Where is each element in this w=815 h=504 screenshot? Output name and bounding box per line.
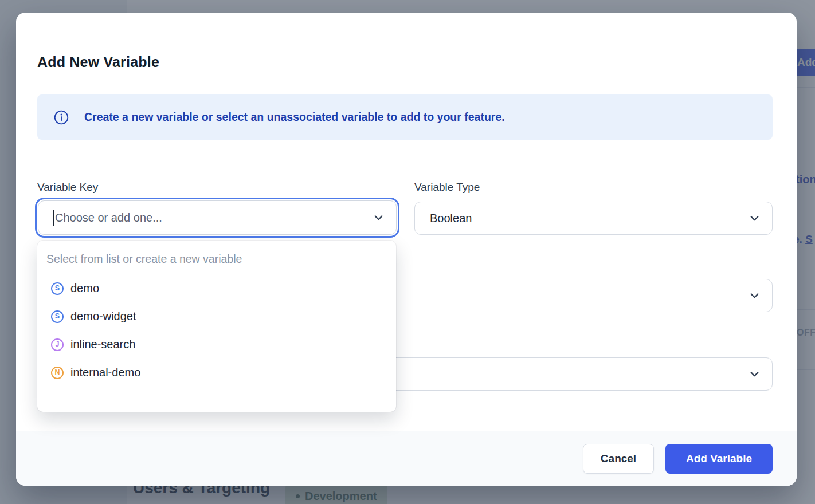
type-string-icon: S bbox=[51, 282, 64, 295]
cancel-button[interactable]: Cancel bbox=[583, 444, 654, 474]
dropdown-option-inline-search[interactable]: J inline-search bbox=[46, 330, 387, 359]
variable-type-value: Boolean bbox=[430, 212, 472, 225]
option-label: inline-search bbox=[70, 338, 135, 351]
dropdown-option-internal-demo[interactable]: N internal-demo bbox=[46, 359, 387, 387]
type-json-icon: J bbox=[51, 338, 64, 351]
variable-key-select[interactable]: Choose or add one... bbox=[38, 200, 397, 235]
variable-key-placeholder: Choose or add one... bbox=[55, 211, 162, 225]
chevron-down-icon bbox=[749, 290, 760, 301]
dropdown-option-demo[interactable]: S demo bbox=[46, 274, 387, 302]
info-banner-text: Create a new variable or select an unass… bbox=[84, 111, 505, 124]
option-label: demo bbox=[70, 282, 99, 295]
type-number-icon: N bbox=[51, 367, 64, 379]
info-icon bbox=[54, 110, 69, 125]
chevron-down-icon bbox=[749, 213, 760, 224]
option-label: internal-demo bbox=[70, 366, 140, 379]
chevron-down-icon bbox=[749, 369, 760, 380]
dropdown-header: Select from list or create a new variabl… bbox=[46, 253, 387, 274]
add-variable-modal: Add New Variable Create a new variable o… bbox=[16, 13, 797, 486]
type-string-icon: S bbox=[51, 310, 64, 323]
section-divider bbox=[37, 160, 773, 160]
variable-key-label: Variable Key bbox=[37, 181, 98, 194]
add-variable-button[interactable]: Add Variable bbox=[665, 444, 773, 474]
chevron-down-icon bbox=[373, 212, 384, 223]
dropdown-option-demo-widget[interactable]: S demo-widget bbox=[46, 302, 387, 330]
info-banner: Create a new variable or select an unass… bbox=[37, 94, 773, 140]
text-caret bbox=[53, 210, 54, 226]
variable-type-label: Variable Type bbox=[414, 181, 480, 194]
variable-key-dropdown: Select from list or create a new variabl… bbox=[37, 241, 396, 412]
option-label: demo-widget bbox=[70, 310, 136, 323]
modal-title: Add New Variable bbox=[37, 54, 159, 70]
modal-footer: Cancel Add Variable bbox=[16, 431, 797, 486]
variable-type-select[interactable]: Boolean bbox=[414, 202, 773, 235]
